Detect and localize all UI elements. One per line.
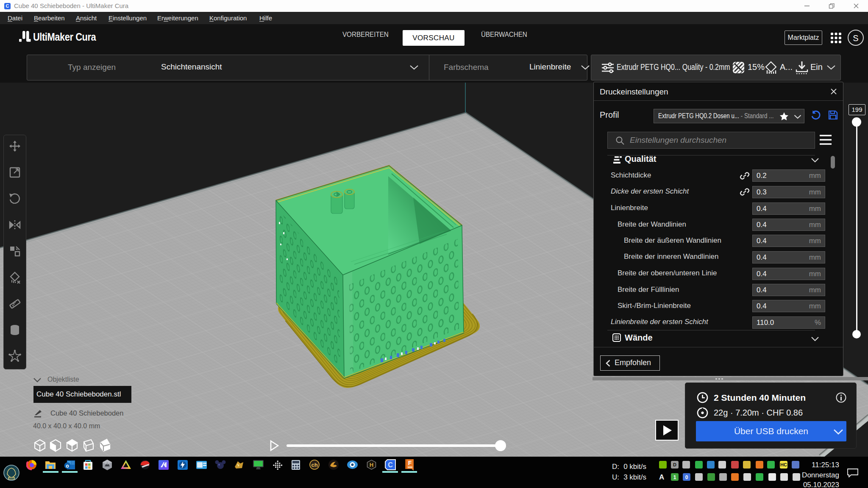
svg-text:D: D [673,462,676,467]
svg-text:1: 1 [673,474,676,480]
svg-text:ch: ch [311,462,317,468]
svg-text:o: o [66,463,69,469]
svg-text:C: C [388,461,393,469]
svg-text:F: F [408,460,412,466]
svg-text:0: 0 [685,474,688,480]
svg-text:H: H [370,462,373,468]
